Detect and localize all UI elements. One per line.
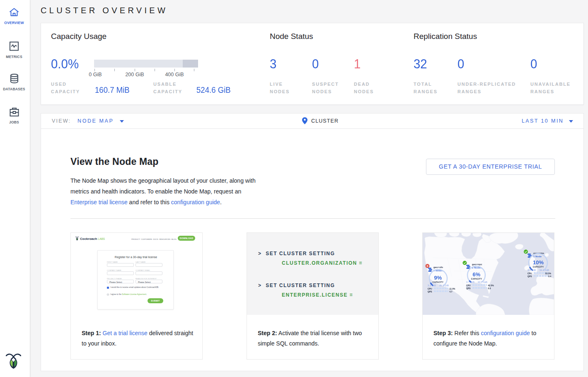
svg-text:CAPACITY: CAPACITY <box>471 278 482 280</box>
svg-text:1 Node: 1 Node <box>533 255 542 258</box>
svg-text:3.6 GiB: 3.6 GiB <box>528 269 536 271</box>
svg-text:CAPACITY: CAPACITY <box>533 266 544 268</box>
svg-text:34.4 GiB: 34.4 GiB <box>540 269 549 271</box>
svg-text:53.3%: 53.3% <box>545 272 552 275</box>
svg-text:43.7 GiB: 43.7 GiB <box>478 281 487 283</box>
svg-text:3.2 GiB: 3.2 GiB <box>428 284 436 287</box>
svg-text:QPS: QPS <box>466 287 471 290</box>
svg-text:42.5%: 42.5% <box>488 284 494 287</box>
svg-text:QPS: QPS <box>528 275 532 278</box>
svg-text:10%: 10% <box>533 259 544 266</box>
svg-text:geo=nyc: geo=nyc <box>472 263 482 266</box>
svg-text:9%: 9% <box>434 275 442 281</box>
svg-text:3.7 GiB: 3.7 GiB <box>466 281 474 283</box>
svg-text:CPU: CPU <box>466 284 471 287</box>
svg-text:CPU: CPU <box>528 272 532 275</box>
svg-text:0.4: 0.4 <box>548 275 551 278</box>
svg-text:0.0: 0.0 <box>488 287 491 290</box>
svg-text:4.7: 4.7 <box>450 290 452 293</box>
svg-text:CAPACITY: CAPACITY <box>433 281 444 283</box>
svg-text:CPU: CPU <box>428 288 432 290</box>
svg-text:QPS: QPS <box>428 290 432 293</box>
svg-text:6%: 6% <box>473 271 481 278</box>
svg-text:35.1 GiB: 35.1 GiB <box>439 284 449 287</box>
svg-text:geo=sfo: geo=sfo <box>433 266 443 268</box>
svg-text:11.0%: 11.0% <box>450 288 455 290</box>
